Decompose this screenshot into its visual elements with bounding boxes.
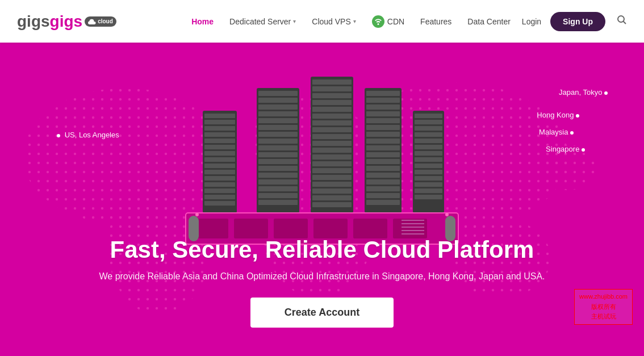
svg-rect-16 xyxy=(204,139,235,143)
svg-rect-14 xyxy=(204,126,235,131)
location-singapore: Singapore xyxy=(546,145,587,153)
svg-rect-95 xyxy=(415,182,442,187)
svg-rect-50 xyxy=(312,107,352,112)
svg-point-108 xyxy=(195,213,199,216)
svg-rect-28 xyxy=(258,91,298,96)
hero-subtitle: We provide Reliable Asia and China Optim… xyxy=(99,271,545,282)
location-dot xyxy=(570,131,574,135)
logo[interactable]: gigs gigs cloud xyxy=(17,12,116,31)
location-dot xyxy=(576,114,579,118)
svg-rect-43 xyxy=(258,193,298,198)
svg-rect-101 xyxy=(234,219,268,238)
location-malaysia: Malaysia xyxy=(539,128,576,136)
svg-rect-15 xyxy=(204,132,235,137)
svg-rect-74 xyxy=(366,145,400,150)
svg-rect-20 xyxy=(204,164,235,168)
svg-rect-21 xyxy=(204,170,235,174)
main-nav: Home Dedicated Server ▾ Cloud VPS ▾ CDN … xyxy=(191,15,511,28)
wifi-icon xyxy=(374,18,382,26)
svg-rect-41 xyxy=(258,179,298,185)
search-button[interactable] xyxy=(617,15,627,28)
svg-rect-105 xyxy=(393,219,427,238)
svg-rect-76 xyxy=(366,159,400,164)
cloud-icon xyxy=(88,18,96,26)
hero-text-block: Fast, Secure, Reliable Cloud Platform We… xyxy=(99,236,545,328)
login-button[interactable]: Login xyxy=(522,17,541,26)
svg-rect-34 xyxy=(258,132,298,137)
svg-rect-47 xyxy=(312,86,352,91)
svg-rect-71 xyxy=(366,125,400,130)
hero-title: Fast, Secure, Reliable Cloud Platform xyxy=(99,236,545,263)
nav-features[interactable]: Features xyxy=(420,17,451,26)
header: gigs gigs cloud Home Dedicated Server ▾ … xyxy=(0,0,644,43)
svg-rect-58 xyxy=(312,161,352,166)
location-dot xyxy=(582,148,585,152)
svg-rect-62 xyxy=(312,189,352,194)
nav-data-center[interactable]: Data Center xyxy=(467,17,510,26)
svg-rect-60 xyxy=(312,175,352,180)
svg-rect-86 xyxy=(415,126,442,131)
svg-rect-22 xyxy=(204,176,235,181)
svg-rect-57 xyxy=(312,154,352,160)
svg-rect-38 xyxy=(258,159,298,164)
svg-rect-40 xyxy=(258,173,298,178)
svg-rect-103 xyxy=(313,219,348,238)
create-account-button[interactable]: Create Account xyxy=(250,298,394,328)
svg-rect-30 xyxy=(258,104,298,110)
svg-rect-56 xyxy=(312,148,352,153)
svg-rect-92 xyxy=(415,164,442,168)
svg-rect-25 xyxy=(204,195,235,199)
svg-rect-32 xyxy=(258,118,298,123)
watermark-text-2: 主机试玩 xyxy=(579,312,628,322)
svg-rect-84 xyxy=(415,114,442,118)
svg-rect-79 xyxy=(366,179,400,185)
svg-rect-72 xyxy=(366,132,400,137)
svg-rect-24 xyxy=(204,189,235,193)
svg-rect-100 xyxy=(194,219,228,238)
chevron-down-icon: ▾ xyxy=(353,18,356,24)
svg-rect-88 xyxy=(415,139,442,143)
svg-rect-44 xyxy=(258,200,298,205)
svg-rect-26 xyxy=(204,201,235,206)
svg-rect-49 xyxy=(312,100,352,105)
svg-rect-91 xyxy=(415,157,442,162)
svg-rect-54 xyxy=(312,134,352,139)
svg-rect-55 xyxy=(312,141,352,146)
signup-button[interactable]: Sign Up xyxy=(550,12,605,31)
svg-rect-46 xyxy=(312,79,352,85)
svg-rect-52 xyxy=(312,120,352,125)
svg-rect-18 xyxy=(204,151,235,156)
svg-rect-33 xyxy=(258,125,298,130)
svg-rect-31 xyxy=(258,111,298,116)
svg-rect-90 xyxy=(415,151,442,156)
svg-rect-80 xyxy=(366,186,400,191)
svg-rect-61 xyxy=(312,182,352,187)
logo-text-2: gigs xyxy=(50,12,83,31)
svg-rect-35 xyxy=(258,139,298,144)
svg-rect-51 xyxy=(312,114,352,119)
svg-rect-78 xyxy=(366,173,400,178)
nav-home[interactable]: Home xyxy=(191,17,214,26)
svg-rect-77 xyxy=(366,166,400,171)
svg-rect-48 xyxy=(312,93,352,98)
svg-rect-97 xyxy=(415,195,442,199)
svg-rect-63 xyxy=(312,195,352,200)
location-dot xyxy=(604,91,608,95)
svg-rect-29 xyxy=(258,98,298,103)
svg-rect-73 xyxy=(366,139,400,144)
nav-cdn[interactable]: CDN xyxy=(372,15,404,28)
nav-dedicated-server[interactable]: Dedicated Server ▾ xyxy=(229,17,296,26)
svg-rect-93 xyxy=(415,170,442,174)
svg-rect-37 xyxy=(258,152,298,157)
hero-section: US, Los Angeles Japan, Tokyo Hong Kong M… xyxy=(0,43,644,356)
chevron-down-icon: ▾ xyxy=(293,18,296,24)
svg-rect-68 xyxy=(366,104,400,110)
svg-rect-85 xyxy=(415,120,442,124)
watermark-text-1: 版权所有 xyxy=(579,302,628,312)
location-hong-kong: Hong Kong xyxy=(537,111,582,119)
nav-cloud-vps[interactable]: Cloud VPS ▾ xyxy=(312,17,356,26)
svg-rect-94 xyxy=(415,176,442,181)
svg-rect-23 xyxy=(204,182,235,187)
svg-rect-39 xyxy=(258,166,298,171)
svg-rect-42 xyxy=(258,186,298,191)
